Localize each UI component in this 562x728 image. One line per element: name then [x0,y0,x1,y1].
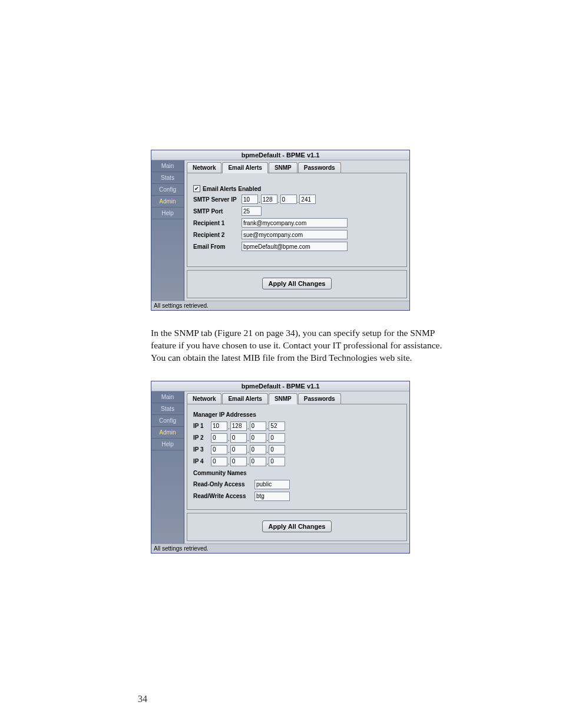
read-write-input[interactable] [254,492,290,501]
ip2-oct4[interactable] [269,433,285,443]
sidebar: Main Stats Config Admin Help [151,160,184,301]
sidebar-item-stats[interactable]: Stats [151,403,184,415]
app-window-snmp: bpmeDefault - BPME v1.1 Main Stats Confi… [151,381,410,554]
titlebar: bpmeDefault - BPME v1.1 [151,381,409,391]
community-names-heading: Community Names [193,470,401,476]
tab-email-alerts[interactable]: Email Alerts [222,162,267,173]
ip1-label: IP 1 [193,423,211,429]
smtp-port-label: SMTP Port [193,208,242,215]
sidebar-item-main[interactable]: Main [151,160,184,172]
sidebar-item-config[interactable]: Config [151,415,184,427]
sidebar-item-help[interactable]: Help [151,439,184,450]
smtp-server-ip-label: SMTP Server IP [193,196,242,203]
titlebar: bpmeDefault - BPME v1.1 [151,150,409,160]
body-paragraph: In the SNMP tab (Figure 21 on page 34), … [151,327,445,364]
email-alerts-enabled-checkbox[interactable]: ✔ [193,185,200,192]
app-window-email-alerts: bpmeDefault - BPME v1.1 Main Stats Confi… [151,150,410,311]
ip2-label: IP 2 [193,434,211,441]
ip1-oct4[interactable] [269,421,285,431]
recipient2-input[interactable] [242,230,348,239]
statusbar: All settings retrieved. [151,543,409,553]
read-only-input[interactable] [254,480,290,489]
ip3-oct2[interactable] [230,445,247,454]
tab-passwords[interactable]: Passwords [298,162,341,173]
ip4-label: IP 4 [193,458,211,465]
sidebar-item-config[interactable]: Config [151,184,184,196]
apply-all-changes-button[interactable]: Apply All Changes [262,521,332,532]
sidebar-item-stats[interactable]: Stats [151,172,184,184]
ip3-oct1[interactable] [211,445,227,454]
smtp-ip-oct-4[interactable] [299,195,316,204]
ip3-oct4[interactable] [269,445,285,454]
tab-snmp[interactable]: SNMP [269,162,297,173]
tab-network[interactable]: Network [187,162,222,173]
ip4-oct1[interactable] [211,457,227,466]
ip2-oct1[interactable] [211,433,227,443]
tab-email-alerts[interactable]: Email Alerts [222,393,267,404]
ip1-oct2[interactable] [230,421,247,431]
apply-row: Apply All Changes [187,513,407,541]
statusbar: All settings retrieved. [151,301,409,310]
tab-panel-email-alerts: ✔ Email Alerts Enabled SMTP Server IP . … [187,173,407,267]
tab-passwords[interactable]: Passwords [298,393,341,404]
apply-row: Apply All Changes [187,270,407,298]
recipient1-input[interactable] [242,218,348,228]
smtp-port-input[interactable] [242,206,262,216]
smtp-ip-oct-2[interactable] [261,195,277,204]
read-only-label: Read-Only Access [193,481,254,487]
sidebar-item-main[interactable]: Main [151,391,184,403]
page-number: 34 [138,694,147,704]
ip1-oct1[interactable] [211,421,227,431]
tabs: Network Email Alerts SNMP Passwords [184,391,409,404]
ip3-label: IP 3 [193,446,211,453]
apply-all-changes-button[interactable]: Apply All Changes [262,278,332,289]
sidebar-item-admin[interactable]: Admin [151,427,184,439]
tabs: Network Email Alerts SNMP Passwords [184,160,409,173]
ip3-oct3[interactable] [250,445,266,454]
ip2-oct2[interactable] [230,433,247,443]
ip4-oct2[interactable] [230,457,247,466]
manager-ip-heading: Manager IP Addresses [193,411,401,418]
sidebar-item-help[interactable]: Help [151,207,184,219]
recipient1-label: Recipient 1 [193,220,242,226]
email-from-label: Email From [193,243,242,250]
ip1-oct3[interactable] [250,421,266,431]
tab-snmp[interactable]: SNMP [269,393,297,404]
smtp-ip-oct-1[interactable] [242,195,258,204]
ip4-oct3[interactable] [250,457,266,466]
recipient2-label: Recipient 2 [193,232,242,238]
tab-panel-snmp: Manager IP Addresses IP 1 . . . IP 2 . .… [187,404,407,510]
sidebar: Main Stats Config Admin Help [151,391,184,543]
email-alerts-enabled-label: Email Alerts Enabled [203,186,261,192]
ip2-oct3[interactable] [250,433,266,443]
tab-network[interactable]: Network [187,393,222,404]
smtp-ip-oct-3[interactable] [280,195,297,204]
ip4-oct4[interactable] [269,457,285,466]
email-from-input[interactable] [242,242,348,251]
read-write-label: Read/Write Access [193,493,254,499]
sidebar-item-admin[interactable]: Admin [151,196,184,207]
